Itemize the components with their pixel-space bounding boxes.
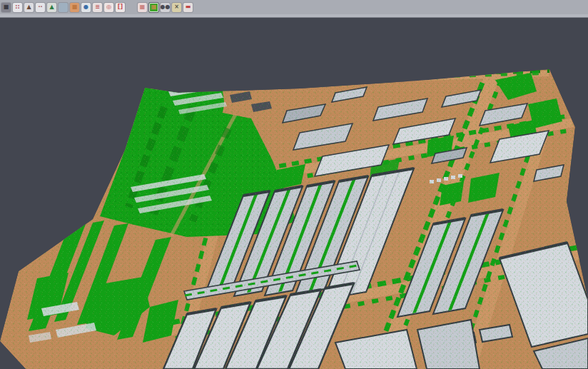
binoculars-find-icon[interactable]: ●● <box>161 3 170 12</box>
toolbar-bevel <box>0 14 588 18</box>
point-cloud-scene[interactable] <box>0 18 588 369</box>
open-file-icon[interactable]: ■ <box>1 3 11 12</box>
3d-viewport[interactable] <box>0 18 588 369</box>
target-point-icon[interactable]: ◎ <box>104 3 113 12</box>
profile-view-icon[interactable] <box>59 3 68 12</box>
point-display-icon[interactable]: ·· <box>36 3 45 12</box>
terrain-shade-icon[interactable]: ▲ <box>24 3 34 12</box>
globe-3d-icon[interactable]: ● <box>81 3 91 12</box>
zoom-extent-icon[interactable]: [] <box>116 3 125 12</box>
classification-view-icon[interactable]: ▦ <box>149 3 158 12</box>
fit-extents-icon[interactable]: :: <box>13 3 22 12</box>
measure-xy-icon[interactable]: × <box>172 3 181 12</box>
grid-select-icon[interactable]: ▦ <box>138 3 147 12</box>
legend-bars-icon[interactable]: ≡ <box>93 3 102 12</box>
flag-annotate-icon[interactable]: ▬ <box>183 3 193 12</box>
tin-surface-icon[interactable]: ▲ <box>47 3 56 12</box>
ortho-view-icon[interactable]: ■ <box>70 3 79 12</box>
toolbar: ■::▲··▲■●≡◎[]▦▦●●×▬ <box>0 0 588 14</box>
